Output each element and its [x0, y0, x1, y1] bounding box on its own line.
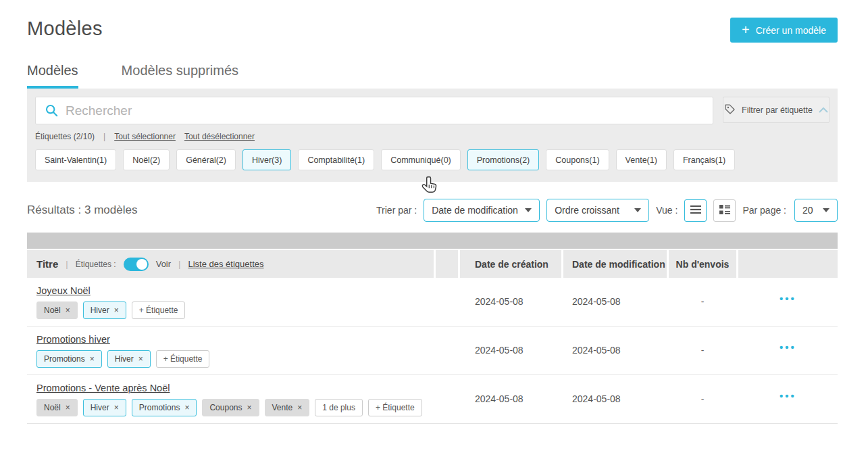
- remove-tag-icon[interactable]: ×: [90, 354, 95, 364]
- filter-tag-chip[interactable]: Noël(2): [123, 149, 170, 170]
- row-tag-label: Hiver: [91, 306, 109, 315]
- remove-tag-icon[interactable]: ×: [184, 403, 189, 412]
- row-tag-chip[interactable]: Noël×: [36, 301, 78, 319]
- order-value: Ordre croissant: [555, 205, 619, 216]
- grid-view-icon: [719, 204, 731, 217]
- caret-down-icon: [823, 208, 829, 212]
- grid-view-button[interactable]: [713, 199, 736, 222]
- row-tag-label: 1 de plus: [322, 403, 355, 412]
- filter-tag-chip[interactable]: Vente(1): [616, 149, 667, 170]
- filter-by-tag-button[interactable]: Filtrer par étiquette: [723, 97, 829, 123]
- row-tag-chip[interactable]: Promotions×: [132, 399, 197, 416]
- created-date: 2024-05-08: [460, 327, 561, 375]
- template-title-link[interactable]: Promotions - Vente après Noël: [36, 383, 170, 393]
- remove-tag-icon[interactable]: ×: [138, 354, 143, 364]
- add-tag-button[interactable]: + Étiquette: [156, 350, 210, 368]
- template-title-link[interactable]: Joyeux Noël: [36, 285, 91, 296]
- per-page-select[interactable]: 20: [794, 199, 838, 222]
- toggle-state-label: Voir: [156, 259, 171, 269]
- sort-select[interactable]: Date de modification: [424, 199, 540, 222]
- page-title: Modèles: [27, 18, 103, 40]
- filter-tag-chip[interactable]: Général(2): [176, 149, 236, 170]
- tab-bar: Modèles Modèles supprimés: [27, 63, 838, 89]
- column-spacer: [436, 375, 458, 423]
- results-count: Résultats : 3 modèles: [27, 203, 137, 217]
- row-tag-chip[interactable]: Hiver×: [83, 301, 126, 319]
- table-row: Promotions hiver Promotions×Hiver×+ Étiq…: [27, 327, 838, 375]
- deselect-all-link[interactable]: Tout désélectionner: [184, 132, 255, 141]
- caret-down-icon: [525, 208, 532, 212]
- remove-tag-icon[interactable]: ×: [66, 403, 70, 412]
- template-title-link[interactable]: Promotions hiver: [36, 334, 110, 345]
- more-tags-chip[interactable]: 1 de plus: [315, 399, 363, 416]
- remove-tag-icon[interactable]: ×: [114, 403, 119, 412]
- row-tag-label: + Étiquette: [139, 306, 178, 315]
- row-tag-chip[interactable]: Promotions×: [36, 350, 102, 368]
- toggle-knob: [136, 259, 147, 270]
- add-tag-button[interactable]: + Étiquette: [368, 399, 422, 416]
- add-tag-button[interactable]: + Étiquette: [132, 301, 186, 319]
- remove-tag-icon[interactable]: ×: [247, 403, 252, 412]
- remove-tag-icon[interactable]: ×: [297, 403, 302, 412]
- filter-tag-chip[interactable]: Hiver(3): [242, 149, 291, 170]
- filter-tag-chip[interactable]: Promotions(2): [467, 149, 540, 170]
- row-actions-menu[interactable]: •••: [738, 278, 838, 326]
- search-icon: [45, 103, 59, 120]
- separator: |: [178, 259, 180, 269]
- table-body: Joyeux Noël Noël×Hiver×+ Étiquette 2024-…: [27, 278, 838, 424]
- per-page-label: Par page :: [742, 205, 786, 216]
- column-title: Titre: [36, 258, 58, 270]
- tab-modeles-supprimes[interactable]: Modèles supprimés: [122, 63, 238, 89]
- row-tag-label: Noël: [44, 403, 61, 412]
- filter-tag-chip[interactable]: Coupons(1): [546, 149, 609, 170]
- row-tag-list: Noël×Hiver×+ Étiquette: [36, 301, 434, 319]
- row-tag-chip[interactable]: Hiver×: [83, 399, 126, 416]
- row-tag-chip[interactable]: Vente×: [265, 399, 310, 416]
- row-actions-menu[interactable]: •••: [738, 375, 838, 423]
- tags-summary: Étiquettes (2/10): [35, 132, 95, 141]
- row-tag-label: Hiver: [115, 354, 134, 364]
- search-box: [35, 97, 713, 124]
- chevron-up-icon: [819, 105, 828, 115]
- row-tag-chip[interactable]: Noël×: [36, 399, 78, 416]
- created-date: 2024-05-08: [460, 278, 561, 326]
- create-template-label: Créer un modèle: [756, 25, 826, 36]
- order-select[interactable]: Ordre croissant: [546, 199, 649, 222]
- table-header: Titre | Étiquettes : Voir | Liste des ét…: [27, 250, 838, 278]
- row-tag-label: + Étiquette: [163, 354, 203, 364]
- row-tag-chip[interactable]: Coupons×: [202, 399, 259, 416]
- tag-icon: [724, 103, 736, 117]
- row-tag-list: Promotions×Hiver×+ Étiquette: [36, 350, 434, 368]
- row-actions-menu[interactable]: •••: [738, 327, 838, 375]
- table-row: Joyeux Noël Noël×Hiver×+ Étiquette 2024-…: [27, 278, 838, 327]
- column-actions: [738, 250, 838, 278]
- select-all-link[interactable]: Tout sélectionner: [114, 132, 176, 141]
- remove-tag-icon[interactable]: ×: [66, 306, 70, 315]
- filter-tag-chip[interactable]: Comptabilité(1): [298, 149, 374, 170]
- list-view-icon: [690, 205, 702, 216]
- separator: |: [66, 259, 68, 269]
- tags-toggle-label: Étiquettes :: [76, 260, 116, 269]
- table-row: Promotions - Vente après Noël Noël×Hiver…: [27, 375, 838, 424]
- create-template-button[interactable]: + Créer un modèle: [730, 18, 838, 43]
- list-view-button[interactable]: [684, 199, 707, 222]
- row-tag-label: Hiver: [91, 403, 109, 412]
- filter-tag-chip[interactable]: Français(1): [673, 149, 735, 170]
- remove-tag-icon[interactable]: ×: [114, 306, 119, 315]
- filter-tag-chip[interactable]: Saint-Valentin(1): [35, 149, 116, 170]
- row-tag-label: Promotions: [44, 354, 85, 364]
- filter-tag-chip[interactable]: Communiqué(0): [381, 149, 461, 170]
- table-horizontal-scrollbar[interactable]: [27, 233, 838, 249]
- send-count: -: [669, 278, 736, 326]
- modified-date: 2024-05-08: [563, 375, 667, 423]
- search-input[interactable]: [35, 97, 713, 124]
- separator: |: [103, 132, 105, 141]
- tags-list-link[interactable]: Liste des étiquettes: [188, 259, 263, 269]
- tab-modeles[interactable]: Modèles: [27, 63, 78, 89]
- column-date-modified: Date de modification: [563, 250, 667, 278]
- row-tag-label: Promotions: [139, 403, 180, 412]
- row-tag-chip[interactable]: Hiver×: [107, 350, 151, 368]
- tags-visibility-toggle[interactable]: [124, 258, 149, 271]
- row-tag-label: Coupons: [209, 403, 242, 412]
- plus-icon: +: [742, 23, 750, 37]
